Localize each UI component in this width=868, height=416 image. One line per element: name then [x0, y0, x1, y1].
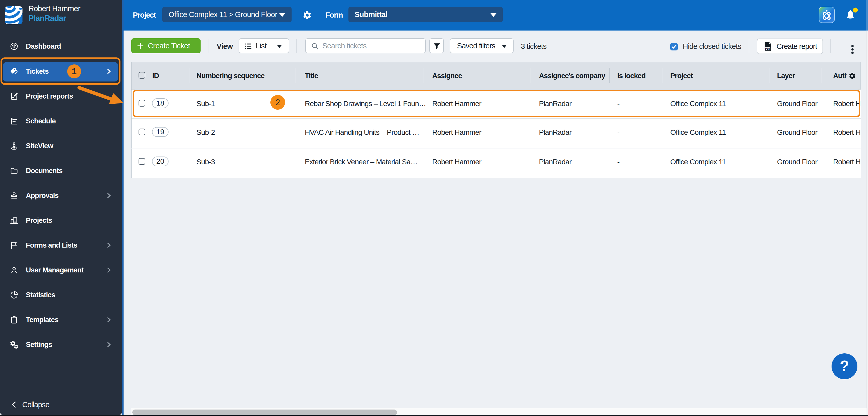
- svg-text:PDF: PDF: [765, 47, 771, 50]
